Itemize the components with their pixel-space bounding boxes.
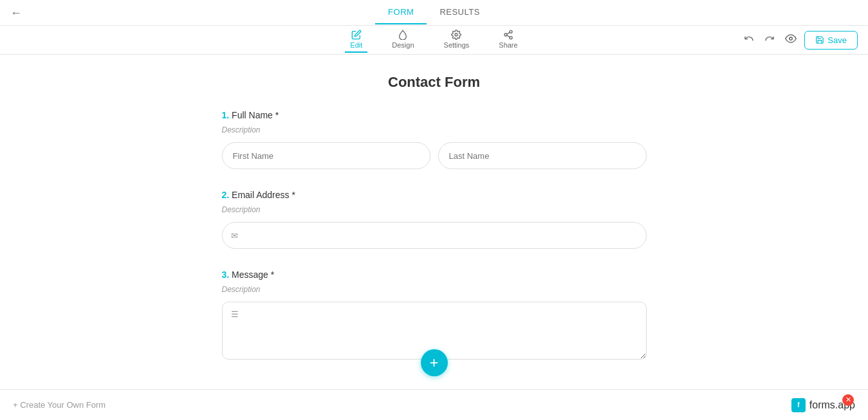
field-name-3: Message *	[232, 269, 274, 280]
svg-line-5	[507, 32, 510, 34]
field-message: 3. Message * Description ☰	[222, 269, 647, 362]
field-desc-3: Description	[222, 285, 647, 294]
back-button[interactable]: ←	[10, 6, 22, 19]
toolbar-settings[interactable]: Settings	[439, 27, 475, 53]
main-content: Contact Form 1. Full Name * Description …	[0, 55, 868, 389]
form-body: 1. Full Name * Description 2. Email Addr…	[222, 110, 647, 362]
last-name-input[interactable]	[438, 142, 647, 169]
svg-point-2	[504, 33, 507, 36]
svg-point-0	[455, 33, 457, 36]
undo-button[interactable]	[741, 31, 757, 49]
field-label-1: 1. Full Name *	[222, 110, 647, 120]
toolbar-share[interactable]: Share	[494, 27, 522, 53]
bottom-bar: + Create Your Own Form ✕ f forms.app	[0, 389, 868, 420]
textarea-icon: ☰	[231, 309, 239, 319]
settings-label: Settings	[444, 41, 470, 49]
create-form-link[interactable]: + Create Your Own Form	[13, 400, 106, 410]
tab-results[interactable]: RESULTS	[427, 1, 493, 24]
add-field-button[interactable]: +	[421, 349, 448, 376]
toolbar-items: Edit Design Settings Sh	[345, 27, 522, 53]
gear-icon	[451, 30, 461, 40]
redo-button[interactable]	[762, 31, 777, 49]
first-name-input[interactable]	[222, 142, 430, 169]
field-label-3: 3. Message *	[222, 269, 647, 280]
branding-wrapper: ✕ f forms.app	[791, 398, 855, 412]
field-name-1: Full Name *	[232, 110, 279, 120]
forms-app-logo: f	[791, 398, 806, 412]
share-icon	[503, 30, 513, 40]
field-inputs-row-1	[222, 142, 647, 169]
toolbar-edit[interactable]: Edit	[345, 27, 367, 53]
design-label: Design	[392, 41, 414, 49]
toolbar-design[interactable]: Design	[387, 27, 419, 53]
field-name-2: Email Address *	[232, 190, 295, 200]
email-icon: ✉	[231, 231, 238, 241]
plus-icon: +	[429, 354, 438, 372]
edit-label: Edit	[350, 41, 362, 49]
create-form-label: + Create Your Own Form	[13, 400, 106, 410]
branding-close-button[interactable]: ✕	[842, 394, 854, 406]
field-desc-2: Description	[222, 205, 647, 214]
field-email: 2. Email Address * Description ✉	[222, 190, 647, 249]
field-number-1: 1.	[222, 110, 230, 120]
save-button[interactable]: Save	[804, 31, 858, 50]
share-label: Share	[499, 41, 517, 49]
toolbar: Edit Design Settings Sh	[0, 26, 868, 55]
nav-tabs: FORM RESULTS	[375, 1, 493, 24]
field-full-name: 1. Full Name * Description	[222, 110, 647, 169]
tab-form[interactable]: FORM	[375, 1, 427, 24]
svg-point-6	[790, 37, 793, 41]
svg-point-1	[510, 30, 512, 33]
drop-icon	[398, 30, 408, 40]
form-title: Contact Form	[388, 74, 480, 91]
email-input-wrapper: ✉	[222, 222, 647, 249]
field-desc-1: Description	[222, 125, 647, 134]
toolbar-right: Save	[741, 30, 858, 50]
undo-icon	[744, 33, 754, 44]
redo-icon	[764, 33, 775, 44]
top-nav: ← FORM RESULTS	[0, 0, 868, 26]
email-input[interactable]	[222, 222, 647, 249]
pencil-icon	[351, 30, 362, 40]
save-icon	[815, 35, 824, 44]
eye-icon	[785, 33, 797, 44]
save-label: Save	[827, 35, 847, 45]
field-number-3: 3.	[222, 269, 230, 280]
preview-button[interactable]	[782, 30, 799, 50]
svg-line-4	[507, 35, 510, 37]
svg-point-3	[510, 37, 512, 39]
field-label-2: 2. Email Address *	[222, 190, 647, 200]
field-number-2: 2.	[222, 190, 230, 200]
